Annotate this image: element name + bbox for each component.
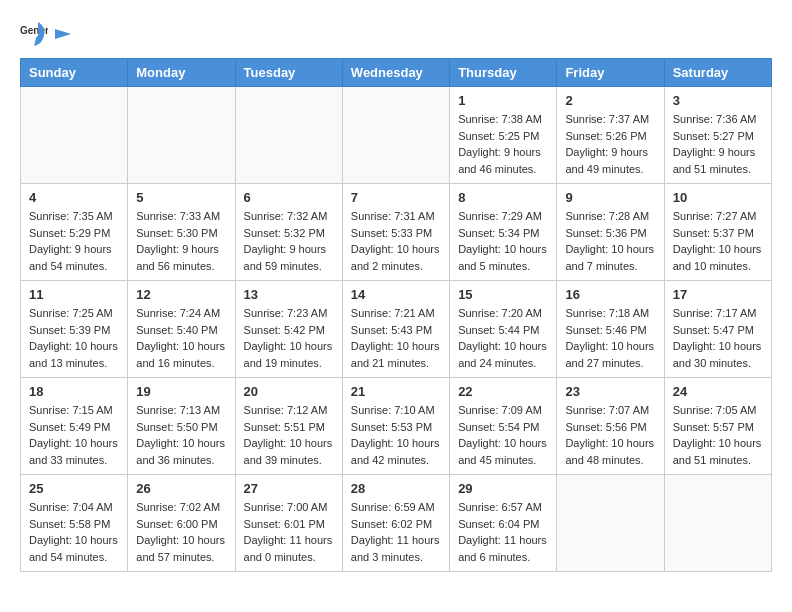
calendar-cell: 1Sunrise: 7:38 AM Sunset: 5:25 PM Daylig… [450,87,557,184]
calendar-cell: 13Sunrise: 7:23 AM Sunset: 5:42 PM Dayli… [235,281,342,378]
day-number: 27 [244,481,334,496]
day-info: Sunrise: 7:18 AM Sunset: 5:46 PM Dayligh… [565,305,655,371]
day-number: 17 [673,287,763,302]
calendar-cell [342,87,449,184]
calendar-cell: 11Sunrise: 7:25 AM Sunset: 5:39 PM Dayli… [21,281,128,378]
day-number: 22 [458,384,548,399]
calendar-cell: 17Sunrise: 7:17 AM Sunset: 5:47 PM Dayli… [664,281,771,378]
day-info: Sunrise: 7:12 AM Sunset: 5:51 PM Dayligh… [244,402,334,468]
day-info: Sunrise: 7:29 AM Sunset: 5:34 PM Dayligh… [458,208,548,274]
day-number: 20 [244,384,334,399]
day-number: 18 [29,384,119,399]
calendar-cell: 27Sunrise: 7:00 AM Sunset: 6:01 PM Dayli… [235,475,342,572]
day-info: Sunrise: 7:09 AM Sunset: 5:54 PM Dayligh… [458,402,548,468]
calendar-cell: 7Sunrise: 7:31 AM Sunset: 5:33 PM Daylig… [342,184,449,281]
day-info: Sunrise: 7:36 AM Sunset: 5:27 PM Dayligh… [673,111,763,177]
day-info: Sunrise: 7:37 AM Sunset: 5:26 PM Dayligh… [565,111,655,177]
day-info: Sunrise: 7:33 AM Sunset: 5:30 PM Dayligh… [136,208,226,274]
calendar-cell [235,87,342,184]
calendar-cell: 19Sunrise: 7:13 AM Sunset: 5:50 PM Dayli… [128,378,235,475]
day-info: Sunrise: 7:05 AM Sunset: 5:57 PM Dayligh… [673,402,763,468]
day-info: Sunrise: 7:15 AM Sunset: 5:49 PM Dayligh… [29,402,119,468]
day-number: 26 [136,481,226,496]
day-number: 21 [351,384,441,399]
logo-icon: General [20,20,48,48]
day-number: 4 [29,190,119,205]
calendar-cell: 8Sunrise: 7:29 AM Sunset: 5:34 PM Daylig… [450,184,557,281]
day-number: 2 [565,93,655,108]
calendar-cell: 21Sunrise: 7:10 AM Sunset: 5:53 PM Dayli… [342,378,449,475]
day-info: Sunrise: 7:10 AM Sunset: 5:53 PM Dayligh… [351,402,441,468]
week-row-3: 11Sunrise: 7:25 AM Sunset: 5:39 PM Dayli… [21,281,772,378]
calendar-cell: 23Sunrise: 7:07 AM Sunset: 5:56 PM Dayli… [557,378,664,475]
calendar-cell: 28Sunrise: 6:59 AM Sunset: 6:02 PM Dayli… [342,475,449,572]
day-number: 9 [565,190,655,205]
day-number: 6 [244,190,334,205]
calendar-cell: 25Sunrise: 7:04 AM Sunset: 5:58 PM Dayli… [21,475,128,572]
day-number: 11 [29,287,119,302]
day-number: 12 [136,287,226,302]
day-info: Sunrise: 7:13 AM Sunset: 5:50 PM Dayligh… [136,402,226,468]
day-info: Sunrise: 7:25 AM Sunset: 5:39 PM Dayligh… [29,305,119,371]
day-info: Sunrise: 7:02 AM Sunset: 6:00 PM Dayligh… [136,499,226,565]
day-number: 28 [351,481,441,496]
weekday-header-monday: Monday [128,59,235,87]
day-info: Sunrise: 7:04 AM Sunset: 5:58 PM Dayligh… [29,499,119,565]
calendar-cell: 12Sunrise: 7:24 AM Sunset: 5:40 PM Dayli… [128,281,235,378]
calendar-cell: 14Sunrise: 7:21 AM Sunset: 5:43 PM Dayli… [342,281,449,378]
weekday-header-wednesday: Wednesday [342,59,449,87]
week-row-1: 1Sunrise: 7:38 AM Sunset: 5:25 PM Daylig… [21,87,772,184]
day-number: 5 [136,190,226,205]
calendar-cell: 5Sunrise: 7:33 AM Sunset: 5:30 PM Daylig… [128,184,235,281]
week-row-2: 4Sunrise: 7:35 AM Sunset: 5:29 PM Daylig… [21,184,772,281]
weekday-header-tuesday: Tuesday [235,59,342,87]
calendar-cell: 10Sunrise: 7:27 AM Sunset: 5:37 PM Dayli… [664,184,771,281]
calendar-cell: 6Sunrise: 7:32 AM Sunset: 5:32 PM Daylig… [235,184,342,281]
calendar-cell: 2Sunrise: 7:37 AM Sunset: 5:26 PM Daylig… [557,87,664,184]
calendar-cell [21,87,128,184]
day-number: 7 [351,190,441,205]
calendar-cell: 26Sunrise: 7:02 AM Sunset: 6:00 PM Dayli… [128,475,235,572]
day-number: 13 [244,287,334,302]
week-row-4: 18Sunrise: 7:15 AM Sunset: 5:49 PM Dayli… [21,378,772,475]
weekday-header-friday: Friday [557,59,664,87]
weekday-header-sunday: Sunday [21,59,128,87]
day-info: Sunrise: 7:28 AM Sunset: 5:36 PM Dayligh… [565,208,655,274]
logo: General [20,20,73,48]
day-number: 25 [29,481,119,496]
logo-arrow-icon [53,24,73,44]
weekday-header-saturday: Saturday [664,59,771,87]
svg-marker-1 [55,29,71,39]
day-info: Sunrise: 7:00 AM Sunset: 6:01 PM Dayligh… [244,499,334,565]
day-info: Sunrise: 7:32 AM Sunset: 5:32 PM Dayligh… [244,208,334,274]
calendar: SundayMondayTuesdayWednesdayThursdayFrid… [20,58,772,572]
calendar-cell [557,475,664,572]
header: General [20,20,772,48]
calendar-cell: 24Sunrise: 7:05 AM Sunset: 5:57 PM Dayli… [664,378,771,475]
day-info: Sunrise: 7:20 AM Sunset: 5:44 PM Dayligh… [458,305,548,371]
day-info: Sunrise: 6:57 AM Sunset: 6:04 PM Dayligh… [458,499,548,565]
day-info: Sunrise: 7:27 AM Sunset: 5:37 PM Dayligh… [673,208,763,274]
calendar-cell [664,475,771,572]
calendar-cell [128,87,235,184]
weekday-header-row: SundayMondayTuesdayWednesdayThursdayFrid… [21,59,772,87]
day-info: Sunrise: 7:23 AM Sunset: 5:42 PM Dayligh… [244,305,334,371]
day-number: 24 [673,384,763,399]
day-info: Sunrise: 7:35 AM Sunset: 5:29 PM Dayligh… [29,208,119,274]
calendar-cell: 29Sunrise: 6:57 AM Sunset: 6:04 PM Dayli… [450,475,557,572]
week-row-5: 25Sunrise: 7:04 AM Sunset: 5:58 PM Dayli… [21,475,772,572]
day-number: 8 [458,190,548,205]
day-info: Sunrise: 7:31 AM Sunset: 5:33 PM Dayligh… [351,208,441,274]
calendar-cell: 3Sunrise: 7:36 AM Sunset: 5:27 PM Daylig… [664,87,771,184]
day-info: Sunrise: 7:38 AM Sunset: 5:25 PM Dayligh… [458,111,548,177]
day-number: 29 [458,481,548,496]
calendar-cell: 15Sunrise: 7:20 AM Sunset: 5:44 PM Dayli… [450,281,557,378]
day-number: 15 [458,287,548,302]
calendar-cell: 18Sunrise: 7:15 AM Sunset: 5:49 PM Dayli… [21,378,128,475]
day-number: 19 [136,384,226,399]
day-number: 23 [565,384,655,399]
day-info: Sunrise: 7:17 AM Sunset: 5:47 PM Dayligh… [673,305,763,371]
calendar-cell: 20Sunrise: 7:12 AM Sunset: 5:51 PM Dayli… [235,378,342,475]
weekday-header-thursday: Thursday [450,59,557,87]
calendar-cell: 9Sunrise: 7:28 AM Sunset: 5:36 PM Daylig… [557,184,664,281]
